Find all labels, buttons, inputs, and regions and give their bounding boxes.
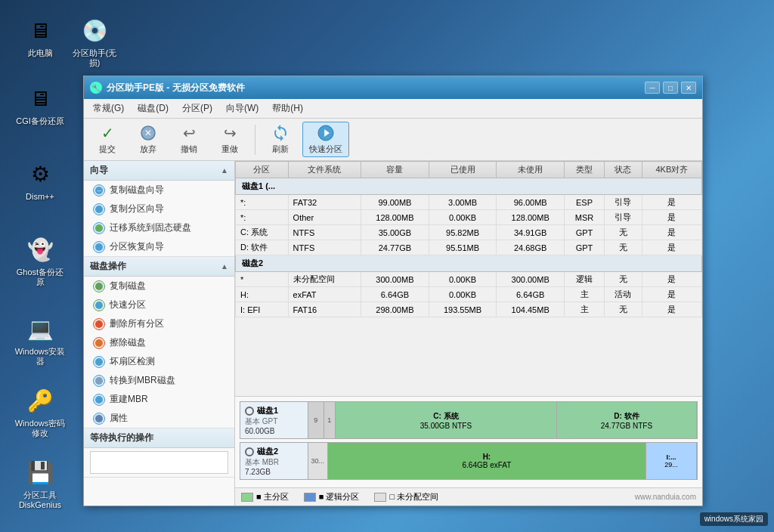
sidebar-partition-recovery[interactable]: 分区恢复向导 xyxy=(84,237,234,256)
sidebar-migrate-ssd[interactable]: 迁移系统到固态硬盘 xyxy=(84,218,234,237)
disk2-name: 磁盘2 xyxy=(245,446,303,457)
sidebar-properties[interactable]: 属性 xyxy=(84,409,234,428)
properties-label: 属性 xyxy=(110,412,128,425)
disk2-part-h[interactable]: H: 6.64GB exFAT xyxy=(328,443,646,479)
svg-text:✕: ✕ xyxy=(144,128,152,138)
bad-sector-label: 坏扇区检测 xyxy=(110,355,155,368)
partition-recovery-icon xyxy=(93,241,105,253)
menu-help[interactable]: 帮助(H) xyxy=(266,101,309,116)
svg-text:↔: ↔ xyxy=(96,187,102,194)
sidebar-quick-partition[interactable]: 快速分区 xyxy=(84,295,234,314)
redo-label: 重做 xyxy=(221,144,238,155)
menu-general[interactable]: 常规(G) xyxy=(87,101,130,116)
disk1-part-msr[interactable]: 1 xyxy=(324,402,336,438)
table-row[interactable]: H:exFAT6.64GB0.00KB6.64GB主活动是 xyxy=(236,287,702,302)
copy-disk-wizard-label: 复制磁盘向导 xyxy=(110,184,164,196)
desktop-icon-windows-installer[interactable]: 💻 Windows安装器 xyxy=(14,314,67,367)
disk-ops-collapse[interactable]: ▲ xyxy=(221,262,228,271)
desktop-icon-windows-password[interactable]: 🔑 Windows密码修改 xyxy=(14,385,67,438)
maximize-button[interactable]: □ xyxy=(663,82,678,94)
disk1-info: 磁盘1 基本 GPT 60.00GB xyxy=(240,402,308,438)
svg-point-9 xyxy=(95,283,103,290)
desktop-icon-dism[interactable]: ⚙ Dism++ xyxy=(14,159,67,202)
redo-icon: ↪ xyxy=(221,124,239,142)
sidebar-bad-sector[interactable]: 坏扇区检测 xyxy=(84,352,234,371)
cgi-icon: 🖥 xyxy=(25,83,55,113)
svg-point-13 xyxy=(95,358,103,366)
svg-point-15 xyxy=(95,396,103,404)
watermark: www.nanduia.com xyxy=(635,493,696,501)
desktop-icon-cgi[interactable]: 🖥 CGI备份还原 xyxy=(14,83,67,126)
col-partition: 分区 xyxy=(236,162,289,178)
disk1-part-esp[interactable]: 9 xyxy=(308,402,324,438)
sidebar: 向导 ▲ ↔ 复制磁盘向导 复制分区向导 xyxy=(84,161,235,506)
disk2-info: 磁盘2 基本 MBR 7.23GB xyxy=(240,443,308,479)
desktop-icon-this-pc[interactable]: 🖥 此电脑 xyxy=(14,15,67,58)
window-controls: ─ □ ✕ xyxy=(645,82,696,94)
disk2-header-cell: 磁盘2 xyxy=(236,255,702,272)
copy-disk-wizard-icon: ↔ xyxy=(93,184,105,196)
disk1-part-d[interactable]: D: 软件 24.77GB NTFS xyxy=(557,402,697,438)
redo-button[interactable]: ↪ 重做 xyxy=(211,122,249,157)
window-title: 分区助手PE版 - 无损分区免费软件 xyxy=(107,82,245,94)
legend-unallocated-color xyxy=(374,493,386,502)
submit-button[interactable]: ✓ 提交 xyxy=(88,122,126,157)
sidebar-convert-mbr[interactable]: 转换到MBR磁盘 xyxy=(84,371,234,390)
sidebar-rebuild-mbr[interactable]: 重建MBR xyxy=(84,390,234,409)
close-button[interactable]: ✕ xyxy=(681,82,696,94)
menu-partition[interactable]: 分区(P) xyxy=(176,101,218,116)
sidebar-copy-partition-wizard[interactable]: 复制分区向导 xyxy=(84,200,234,218)
windows-password-icon: 🔑 xyxy=(25,385,55,416)
legend-primary: ■ 主分区 xyxy=(241,491,289,503)
sidebar-copy-disk[interactable]: 复制磁盘 xyxy=(84,277,234,295)
minimize-button[interactable]: ─ xyxy=(645,82,660,94)
discard-button[interactable]: ✕ 放弃 xyxy=(129,122,167,157)
windows-installer-icon: 💻 xyxy=(25,314,55,344)
table-row[interactable]: C: 系统NTFS35.00GB95.82MB34.91GBGPT无是 xyxy=(236,225,702,240)
rebuild-mbr-label: 重建MBR xyxy=(110,393,148,406)
submit-label: 提交 xyxy=(99,144,116,155)
table-row[interactable]: D: 软件NTFS24.77GB95.51MB24.68GBGPT无是 xyxy=(236,240,702,255)
app-icon: 🔧 xyxy=(90,82,102,94)
copy-disk-label: 复制磁盘 xyxy=(110,280,146,292)
copy-disk-icon xyxy=(93,280,105,292)
undo-button[interactable]: ↩ 撤销 xyxy=(170,122,208,157)
app-window: 🔧 分区助手PE版 - 无损分区免费软件 ─ □ ✕ 常规(G) 磁盘(D) 分… xyxy=(83,76,703,506)
right-panel: 分区 文件系统 容量 已使用 未使用 类型 状态 4KB对齐 磁盘1 (...*… xyxy=(235,161,702,506)
legend-logical-color xyxy=(304,493,316,502)
table-row[interactable]: I: EFIFAT16298.00MB193.55MB104.45MB主无是 xyxy=(236,302,702,317)
undo-label: 撤销 xyxy=(181,144,197,155)
desktop-icon-diskgenius[interactable]: 💾 分区工具DiskGenius xyxy=(14,457,67,510)
sidebar-copy-disk-wizard[interactable]: ↔ 复制磁盘向导 xyxy=(84,181,234,200)
desktop-icon-ghost[interactable]: 👻 Ghost备份还原 xyxy=(14,234,67,287)
submit-icon: ✓ xyxy=(98,124,116,142)
disk1-part-c[interactable]: C: 系统 35.00GB NTFS xyxy=(336,402,557,438)
table-row[interactable]: *:FAT3299.00MB3.00MB96.00MBESP引导是 xyxy=(236,195,702,210)
sidebar-wipe-disk[interactable]: 擦除磁盘 xyxy=(84,333,234,352)
disk2-part-unalloc[interactable]: 30... xyxy=(308,443,328,479)
svg-point-12 xyxy=(95,339,103,347)
menu-wizard[interactable]: 向导(W) xyxy=(220,101,265,116)
undo-icon: ↩ xyxy=(180,124,198,142)
disk2-part-i[interactable]: I:... 29... xyxy=(646,443,697,479)
legend-logical-label: ■ 逻辑分区 xyxy=(319,491,360,503)
col-capacity: 容量 xyxy=(361,162,429,178)
disk1-header-cell: 磁盘1 (... xyxy=(236,178,702,195)
partition-tool-icon: 💿 xyxy=(79,15,110,45)
disk1-name-text: 磁盘1 xyxy=(257,405,278,416)
desktop-icon-partition-tool[interactable]: 💿 分区助手(无损) xyxy=(68,15,121,68)
pending-box xyxy=(90,451,228,474)
wizard-collapse[interactable]: ▲ xyxy=(221,166,228,175)
refresh-button[interactable]: 刷新 xyxy=(262,122,299,157)
diskgenius-label: 分区工具DiskGenius xyxy=(14,490,67,510)
quick-partition-label: 快速分区 xyxy=(309,144,342,155)
quick-partition-button[interactable]: 快速分区 xyxy=(302,122,349,157)
sidebar-delete-all-partitions[interactable]: 删除所有分区 xyxy=(84,314,234,333)
disk2-size: 7.23GB xyxy=(245,468,303,476)
menu-disk[interactable]: 磁盘(D) xyxy=(132,101,175,116)
wizard-title: 向导 xyxy=(90,164,108,177)
table-row[interactable]: *:Other128.00MB0.00KB128.00MBMSR引导是 xyxy=(236,210,702,225)
col-fs: 文件系统 xyxy=(288,162,361,178)
table-row[interactable]: *未分配空间300.00MB0.00KB300.00MB逻辑无是 xyxy=(236,272,702,287)
partition-table: 分区 文件系统 容量 已使用 未使用 类型 状态 4KB对齐 磁盘1 (...*… xyxy=(235,161,702,317)
